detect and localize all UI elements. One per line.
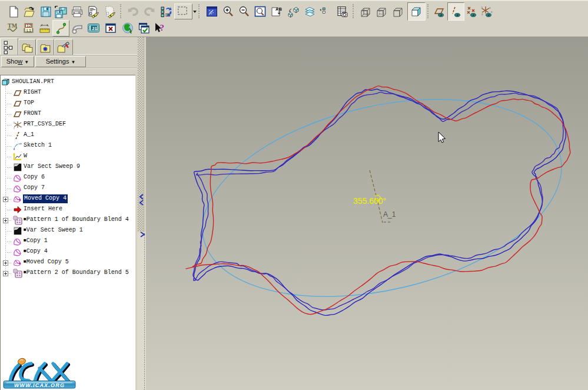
svg-text:A_1: A_1 bbox=[383, 210, 396, 219]
svg-text:355.600°: 355.600° bbox=[353, 196, 386, 206]
svg-text:x: x bbox=[489, 6, 491, 9]
svg-text:?: ? bbox=[160, 23, 165, 32]
svg-text:x: x bbox=[21, 125, 22, 128]
svg-text:AB: AB bbox=[275, 6, 282, 12]
svg-text:y: y bbox=[481, 5, 483, 9]
svg-text:WWW.ICAX.ORG: WWW.ICAX.ORG bbox=[14, 382, 65, 388]
svg-text:x: x bbox=[491, 10, 493, 14]
svg-text:z: z bbox=[481, 12, 483, 16]
svg-text:z: z bbox=[14, 127, 15, 130]
